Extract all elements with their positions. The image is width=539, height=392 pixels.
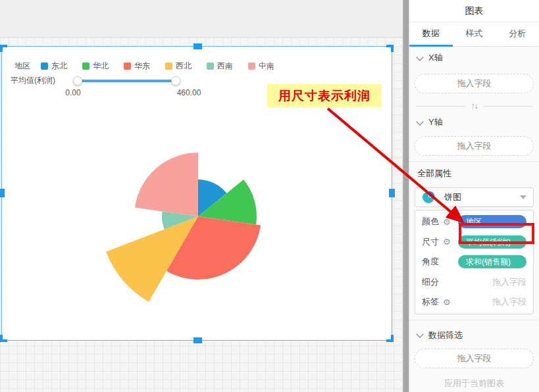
panel-tabs: 数据 样式 分析 xyxy=(409,22,539,47)
resize-handle-right[interactable] xyxy=(389,189,395,197)
resize-handle-bottom-right[interactable] xyxy=(386,335,394,342)
legend-swatch xyxy=(124,62,131,70)
vertical-scrollbar[interactable] xyxy=(403,0,409,392)
swap-axes-divider: ↑↓ xyxy=(416,101,532,111)
legend-swatch xyxy=(165,62,172,70)
chevron-down-icon xyxy=(416,53,423,61)
resize-handle-bottom-left[interactable] xyxy=(0,335,7,342)
legend-label: 西北 xyxy=(176,61,192,72)
prop-label: 标签 xyxy=(422,296,439,308)
legend-item[interactable]: 华北 xyxy=(82,61,109,72)
prop-label: 角度 xyxy=(422,256,439,268)
x-axis-drop-field[interactable]: 拖入字段 xyxy=(415,74,534,93)
pie-slice-中南[interactable] xyxy=(135,153,198,216)
legend-label: 中南 xyxy=(259,61,274,72)
dashboard-canvas: 地区 东北 华北 华东 西北 西南 中南 平均值(利润) 0.00 460.00… xyxy=(0,0,403,392)
filter-drop-field[interactable]: 拖入字段 xyxy=(415,349,534,368)
legend-item[interactable]: 东北 xyxy=(41,61,67,72)
chart-type-value: 饼图 xyxy=(444,191,461,203)
gear-icon[interactable]: ⚙ xyxy=(443,237,451,247)
color-field-pill[interactable]: 地区 xyxy=(458,215,526,228)
prop-label: 尺寸 xyxy=(422,236,439,248)
legend-title: 地区 xyxy=(14,61,30,72)
section-x-axis[interactable]: X轴 xyxy=(417,53,534,63)
legend-item[interactable]: 西北 xyxy=(165,61,192,72)
chart-properties-box: 颜色 ⚙ 地区 尺寸 ⚙ 平均值(利润) 角度 求和(销售额) 细分 拖入字段 xyxy=(415,210,534,314)
section-data-filter-label: 数据筛选 xyxy=(428,330,463,341)
properties-panel: 图表 数据 样式 分析 X轴 拖入字段 ↑↓ Y轴 拖入字段 全 xyxy=(409,0,539,392)
prop-label: 细分 xyxy=(422,276,439,288)
legend-label: 华北 xyxy=(93,61,109,72)
app-window: 地区 东北 华北 华东 西北 西南 中南 平均值(利润) 0.00 460.00… xyxy=(0,0,539,392)
slider-max-value: 460.00 xyxy=(174,88,204,97)
resize-handle-top-left[interactable] xyxy=(0,45,7,52)
canvas-top-strip xyxy=(0,0,403,37)
angle-field-pill[interactable]: 求和(销售额) xyxy=(458,255,526,268)
legend-swatch xyxy=(41,62,48,70)
panel-title: 图表 xyxy=(409,0,539,22)
chevron-down-icon xyxy=(416,118,423,125)
slider-field-label: 平均值(利润) xyxy=(11,75,55,86)
legend-label: 西南 xyxy=(217,61,233,72)
size-slider-track[interactable] xyxy=(81,80,174,82)
y-axis-drop-field[interactable]: 拖入字段 xyxy=(415,136,534,156)
section-divider xyxy=(409,320,539,320)
all-properties-label: 全部属性 xyxy=(417,168,534,180)
legend-item[interactable]: 西南 xyxy=(207,61,233,72)
legend-swatch xyxy=(248,62,255,70)
resize-handle-bottom[interactable] xyxy=(193,337,202,343)
gear-icon[interactable]: ⚙ xyxy=(443,217,451,227)
prop-row-label: 标签 ⚙ 拖入字段 xyxy=(422,292,526,312)
annotation-callout: 用尺寸表示利润 xyxy=(267,84,382,107)
tab-style[interactable]: 样式 xyxy=(453,22,496,46)
prop-row-angle: 角度 求和(销售额) xyxy=(422,252,526,272)
section-y-axis[interactable]: Y轴 xyxy=(417,117,534,128)
tab-analysis[interactable]: 分析 xyxy=(496,22,539,46)
prop-label: 颜色 xyxy=(422,216,439,228)
gear-icon[interactable]: ⚙ xyxy=(443,297,451,307)
panel-body: X轴 拖入字段 ↑↓ Y轴 拖入字段 全部属性 饼图 xyxy=(409,46,539,392)
section-data-filter[interactable]: 数据筛选 xyxy=(417,330,534,341)
prop-row-detail: 细分 拖入字段 xyxy=(422,272,526,293)
legend-item[interactable]: 华东 xyxy=(124,61,150,72)
chevron-down-icon xyxy=(416,330,423,337)
rose-pie-chart xyxy=(93,111,303,322)
chart-type-select[interactable]: 饼图 xyxy=(415,187,534,207)
prop-row-color: 颜色 ⚙ 地区 xyxy=(422,212,526,232)
swap-axes-icon[interactable]: ↑↓ xyxy=(471,101,478,110)
label-drop-field[interactable]: 拖入字段 xyxy=(492,296,526,308)
legend-swatch xyxy=(82,62,90,70)
caret-down-icon xyxy=(520,195,526,199)
pie-chart-icon xyxy=(422,191,435,204)
slider-min-value: 0.00 xyxy=(60,88,86,97)
detail-drop-field[interactable]: 拖入字段 xyxy=(492,276,526,288)
section-y-axis-label: Y轴 xyxy=(428,116,443,128)
section-x-axis-label: X轴 xyxy=(428,52,443,64)
size-slider-thumb-max[interactable] xyxy=(171,76,180,86)
apply-note: 应用于当前图表 xyxy=(415,378,534,389)
size-field-pill[interactable]: 平均值(利润) xyxy=(458,235,526,249)
legend-item[interactable]: 中南 xyxy=(248,61,274,72)
tab-data[interactable]: 数据 xyxy=(409,22,453,46)
resize-handle-top-right[interactable] xyxy=(386,45,394,52)
legend: 地区 东北 华北 华东 西北 西南 中南 xyxy=(14,61,290,72)
prop-row-size: 尺寸 ⚙ 平均值(利润) xyxy=(422,232,526,253)
size-slider-thumb-min[interactable] xyxy=(73,76,82,86)
legend-label: 东北 xyxy=(51,61,67,72)
resize-handle-left[interactable] xyxy=(0,189,5,197)
legend-swatch xyxy=(207,62,214,70)
legend-label: 华东 xyxy=(134,61,150,72)
section-divider xyxy=(409,161,539,162)
resize-handle-top[interactable] xyxy=(193,43,202,49)
